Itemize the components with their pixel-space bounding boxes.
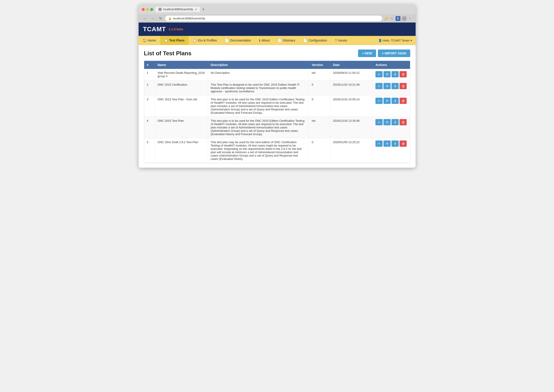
cell-actions-0: ✏ ⧉ ⬇ 🗑	[373, 69, 410, 81]
page-header: List of Test Plans + NEW + IMPORT JSON	[144, 49, 410, 57]
active-tab[interactable]: localhost:8080/tcamt/#/tp ✕	[155, 7, 200, 12]
action-buttons-2: ✏ ⧉ ⬇ 🗑	[375, 98, 407, 105]
browser-titlebar: localhost:8080/tcamt/#/tp ✕ +	[139, 4, 416, 14]
copy-button-2[interactable]: ⧉	[383, 98, 391, 104]
user-greeting: Hello, TCAMT Tester	[383, 39, 410, 42]
download-button-1[interactable]: ⬇	[391, 83, 399, 89]
bookmark-icon[interactable]: ☆	[390, 16, 394, 21]
address-box[interactable]: 🔒 localhost:8080/tcamt/#/tp	[165, 16, 382, 21]
key-icon[interactable]: 🔑	[384, 16, 389, 21]
extensions-icon[interactable]: Z	[396, 16, 400, 21]
menu-icon[interactable]: ⋮	[408, 16, 412, 21]
cell-name-0: Vital Records Death Reporting_2018 group…	[155, 69, 208, 81]
cell-date-4: 2020/01/09 13:25:22	[330, 138, 373, 163]
app-nav: 🏠 Home 📋 Test Plans 📋 IGs & Profiles 📄 D…	[139, 36, 416, 45]
col-header-num: #	[144, 61, 155, 69]
col-header-name: Name	[155, 61, 208, 69]
user-menu[interactable]: 👤 Hello, TCAMT Tester ▾	[375, 37, 416, 44]
test-plans-table: # Name Description Version Date Actions …	[144, 61, 410, 163]
cell-version-0: init	[309, 69, 330, 81]
edit-button-3[interactable]: ✏	[375, 119, 382, 125]
glossary-icon: 📄	[278, 39, 281, 42]
delete-button-1[interactable]: 🗑	[400, 83, 407, 89]
cell-actions-1: ✏ ⧉ ⬇ 🗑	[373, 81, 410, 95]
forward-button[interactable]: →	[150, 16, 156, 21]
tab-close-button[interactable]: ✕	[195, 8, 197, 11]
cell-num-4: 5	[144, 138, 155, 163]
cell-date-0: 2018/09/19 11:54:12	[330, 69, 373, 81]
action-row-top-1: ✏ ⧉ ⬇	[375, 83, 399, 89]
refresh-button[interactable]: ↻	[158, 16, 163, 21]
cell-num-2: 3	[144, 95, 155, 117]
new-button[interactable]: + NEW	[358, 49, 376, 57]
cell-description-4: This test plan may be used for the next …	[208, 138, 309, 163]
minimize-dot[interactable]	[146, 8, 149, 11]
nav-about[interactable]: ℹ About	[255, 36, 274, 45]
action-row-bottom-4: 🗑	[400, 140, 407, 147]
action-row-top-3: ✏ ⧉ ⬇	[375, 119, 399, 125]
table-body: 1 Vital Records Death Reporting_2018 gro…	[144, 69, 410, 163]
download-button-4[interactable]: ⬇	[391, 140, 399, 147]
content-area: List of Test Plans + NEW + IMPORT JSON #…	[139, 45, 416, 168]
config-icon: 📄	[303, 39, 307, 42]
tab-title: localhost:8080/tcamt/#/tp	[163, 8, 193, 11]
table-header: # Name Description Version Date Actions	[144, 61, 410, 69]
edit-button-0[interactable]: ✏	[375, 71, 382, 77]
table-row: 2 ONC 2015 Certification This Test Plan …	[144, 81, 410, 95]
nav-configuration[interactable]: 📄 Configuration	[299, 36, 331, 45]
import-json-button[interactable]: + IMPORT JSON	[378, 49, 410, 57]
copy-button-1[interactable]: ⧉	[383, 83, 391, 89]
cell-num-3: 4	[144, 117, 155, 138]
home-icon: 🏠	[143, 39, 146, 42]
nav-igs-profiles[interactable]: 📋 IGs & Profiles	[189, 36, 221, 45]
nav-glossary[interactable]: 📄 Glossary	[274, 36, 299, 45]
col-header-version: Version	[309, 61, 330, 69]
browser-toolbar: 🔑 ☆ Z ⋮	[384, 16, 412, 21]
cell-actions-2: ✏ ⧉ ⬇ 🗑	[373, 95, 410, 117]
close-dot[interactable]	[142, 8, 145, 11]
nav-documentation[interactable]: 📄 Documentation	[221, 36, 255, 45]
app-version: 2.1.0-beta	[169, 28, 183, 31]
cell-date-3: 2019/12/16 13:30:46	[330, 117, 373, 138]
edit-button-4[interactable]: ✏	[375, 140, 382, 147]
download-button-3[interactable]: ⬇	[391, 119, 399, 125]
cell-description-0: No Description	[208, 69, 309, 81]
issues-icon: ?	[335, 39, 337, 42]
cell-name-2: ONC 2015 Test Plan - from old	[155, 95, 208, 117]
new-tab-button[interactable]: +	[201, 7, 206, 12]
about-icon: ℹ	[259, 39, 260, 42]
copy-button-4[interactable]: ⧉	[383, 140, 391, 147]
nav-issues[interactable]: ? Issues	[331, 36, 351, 45]
profile-icon[interactable]	[402, 16, 407, 21]
delete-button-4[interactable]: 🗑	[400, 140, 407, 147]
delete-button-0[interactable]: 🗑	[400, 71, 407, 77]
nav-config-label: Configuration	[308, 39, 327, 42]
col-header-description: Description	[208, 61, 309, 69]
delete-button-3[interactable]: 🗑	[400, 119, 407, 125]
action-buttons-3: ✏ ⧉ ⬇ 🗑	[375, 119, 407, 126]
edit-button-2[interactable]: ✏	[375, 98, 382, 104]
window-controls	[142, 8, 153, 11]
action-row-bottom-3: 🗑	[400, 119, 407, 125]
cell-version-1: 0	[309, 81, 330, 95]
back-button[interactable]: ←	[142, 16, 148, 21]
test-plans-table-container: # Name Description Version Date Actions …	[144, 61, 410, 163]
nav-test-plans-label: Test Plans	[169, 39, 185, 42]
maximize-dot[interactable]	[150, 8, 153, 11]
cell-description-3: This test plan is to be used for the ONC…	[208, 117, 309, 138]
download-button-2[interactable]: ⬇	[391, 98, 399, 104]
page-title: List of Test Plans	[144, 50, 192, 57]
docs-icon: 📄	[225, 39, 229, 42]
table-row: 3 ONC 2015 Test Plan - from old This tes…	[144, 95, 410, 117]
download-button-0[interactable]: ⬇	[391, 71, 399, 77]
edit-button-1[interactable]: ✏	[375, 83, 382, 89]
action-row-bottom-1: 🗑	[400, 83, 407, 89]
delete-button-2[interactable]: 🗑	[400, 98, 407, 104]
cell-actions-3: ✏ ⧉ ⬇ 🗑	[373, 117, 410, 138]
copy-button-3[interactable]: ⧉	[383, 119, 391, 125]
nav-test-plans[interactable]: 📋 Test Plans	[160, 36, 189, 45]
copy-button-0[interactable]: ⧉	[383, 71, 391, 77]
cell-version-3: init	[309, 117, 330, 138]
tab-favicon	[158, 8, 162, 11]
nav-home[interactable]: 🏠 Home	[139, 36, 160, 45]
